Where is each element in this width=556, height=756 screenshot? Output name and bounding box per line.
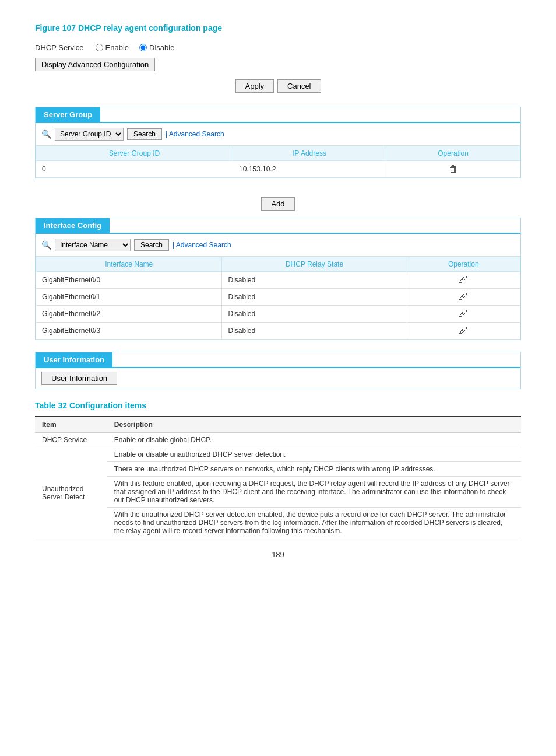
interface-config-section: Interface Config 🔍 Interface Name DHCP R… xyxy=(35,218,521,340)
list-item: Unauthorized Server DetectEnable or disa… xyxy=(35,447,521,462)
enable-radio-label[interactable]: Enable xyxy=(96,43,129,52)
cell-dhcp-relay-state: Disabled xyxy=(222,289,407,306)
dhcp-service-radio-group: Enable Disable xyxy=(96,43,175,52)
user-information-content: User Information xyxy=(36,368,520,388)
server-group-search-row: 🔍 Server Group ID IP Address Search | Ad… xyxy=(36,123,520,146)
dhcp-service-label: DHCP Service xyxy=(35,43,84,52)
cell-dhcp-relay-state: Disabled xyxy=(222,323,407,340)
cell-dhcp-relay-state: Disabled xyxy=(222,272,407,289)
user-information-header: User Information xyxy=(36,352,112,367)
list-item: With the unauthorized DHCP server detect… xyxy=(35,508,521,538)
config-desc-cell: With this feature enabled, upon receivin… xyxy=(107,477,521,508)
add-button[interactable]: Add xyxy=(261,197,294,211)
config-desc-cell: With the unauthorized DHCP server detect… xyxy=(107,508,521,538)
cell-ip-address: 10.153.10.2 xyxy=(233,161,386,178)
edit-icon[interactable]: 🖊 xyxy=(459,275,468,285)
interface-config-search-select[interactable]: Interface Name DHCP Relay State xyxy=(55,239,131,251)
server-group-table-header-row: Server Group ID IP Address Operation xyxy=(36,146,520,161)
cell-interface-name: GigabitEthernet0/2 xyxy=(36,306,222,323)
config-desc-cell: Enable or disable global DHCP. xyxy=(107,433,521,447)
server-group-section: Server Group 🔍 Server Group ID IP Addres… xyxy=(35,107,521,178)
disable-radio-label[interactable]: Disable xyxy=(139,43,174,52)
col-interface-name: Interface Name xyxy=(36,257,222,272)
config-desc-cell: There are unauthorized DHCP servers on n… xyxy=(107,462,521,477)
server-group-header-row: Server Group xyxy=(36,107,520,123)
table-row: GigabitEthernet0/1 Disabled 🖊 xyxy=(36,289,520,306)
cell-operation-ic: 🖊 xyxy=(407,272,520,289)
cell-operation-ic: 🖊 xyxy=(407,323,520,340)
disable-label: Disable xyxy=(149,43,174,52)
table-row: GigabitEthernet0/3 Disabled 🖊 xyxy=(36,323,520,340)
config-item-cell: Unauthorized Server Detect xyxy=(35,447,107,538)
dhcp-service-row: DHCP Service Enable Disable xyxy=(35,43,521,52)
config-col-item: Item xyxy=(35,416,107,433)
user-information-header-row: User Information xyxy=(36,352,520,368)
cell-operation-ic: 🖊 xyxy=(407,289,520,306)
enable-label: Enable xyxy=(105,43,129,52)
delete-icon[interactable]: 🗑 xyxy=(449,164,458,174)
server-group-header: Server Group xyxy=(36,107,100,122)
cell-operation: 🗑 xyxy=(386,161,520,178)
cell-dhcp-relay-state: Disabled xyxy=(222,306,407,323)
server-group-advanced-search-link[interactable]: | Advanced Search xyxy=(166,130,224,138)
table-row: 0 10.153.10.2 🗑 xyxy=(36,161,520,178)
table32-title: Table 32 Configuration items xyxy=(35,401,521,410)
interface-config-search-row: 🔍 Interface Name DHCP Relay State Search… xyxy=(36,234,520,257)
list-item: There are unauthorized DHCP servers on n… xyxy=(35,462,521,477)
col-operation-ic: Operation xyxy=(407,257,520,272)
interface-config-header: Interface Config xyxy=(36,218,110,233)
cell-interface-name: GigabitEthernet0/0 xyxy=(36,272,222,289)
cancel-button[interactable]: Cancel xyxy=(277,79,321,93)
interface-config-advanced-search-link[interactable]: | Advanced Search xyxy=(173,241,231,249)
server-group-table: Server Group ID IP Address Operation 0 1… xyxy=(36,146,520,178)
list-item: DHCP ServiceEnable or disable global DHC… xyxy=(35,433,521,447)
display-advanced-btn[interactable]: Display Advanced Configuration xyxy=(35,58,155,71)
enable-radio[interactable] xyxy=(96,44,103,51)
col-operation-sg: Operation xyxy=(386,146,520,161)
interface-config-table-header-row: Interface Name DHCP Relay State Operatio… xyxy=(36,257,520,272)
interface-config-search-button[interactable]: Search xyxy=(134,239,169,251)
cell-server-group-id: 0 xyxy=(36,161,233,178)
interface-config-table: Interface Name DHCP Relay State Operatio… xyxy=(36,257,520,340)
config-table-header-row: Item Description xyxy=(35,416,521,433)
col-ip-address: IP Address xyxy=(233,146,386,161)
disable-radio[interactable] xyxy=(139,44,147,51)
apply-cancel-row: Apply Cancel xyxy=(35,79,521,93)
list-item: With this feature enabled, upon receivin… xyxy=(35,477,521,508)
user-information-button[interactable]: User Information xyxy=(41,372,117,385)
interface-config-header-row: Interface Config xyxy=(36,218,520,234)
config-table: Item Description DHCP ServiceEnable or d… xyxy=(35,416,521,538)
edit-icon[interactable]: 🖊 xyxy=(459,309,468,318)
config-desc-cell: Enable or disable unauthorized DHCP serv… xyxy=(107,447,521,462)
user-information-section: User Information User Information xyxy=(35,352,521,389)
config-col-description: Description xyxy=(107,416,521,433)
edit-icon[interactable]: 🖊 xyxy=(459,326,468,335)
apply-button[interactable]: Apply xyxy=(235,79,275,93)
table-row: GigabitEthernet0/2 Disabled 🖊 xyxy=(36,306,520,323)
search-icon-2: 🔍 xyxy=(41,240,51,250)
cell-operation-ic: 🖊 xyxy=(407,306,520,323)
search-icon: 🔍 xyxy=(41,130,51,139)
server-group-search-select[interactable]: Server Group ID IP Address xyxy=(55,128,124,141)
figure-title: Figure 107 DHCP relay agent configuratio… xyxy=(35,23,521,33)
config-item-cell: DHCP Service xyxy=(35,433,107,447)
cell-interface-name: GigabitEthernet0/3 xyxy=(36,323,222,340)
col-dhcp-relay-state: DHCP Relay State xyxy=(222,257,407,272)
page-number: 189 xyxy=(35,550,521,559)
table-row: GigabitEthernet0/0 Disabled 🖊 xyxy=(36,272,520,289)
edit-icon[interactable]: 🖊 xyxy=(459,292,468,302)
server-group-search-button[interactable]: Search xyxy=(127,128,162,140)
col-server-group-id: Server Group ID xyxy=(36,146,233,161)
cell-interface-name: GigabitEthernet0/1 xyxy=(36,289,222,306)
add-row: Add xyxy=(35,190,521,218)
